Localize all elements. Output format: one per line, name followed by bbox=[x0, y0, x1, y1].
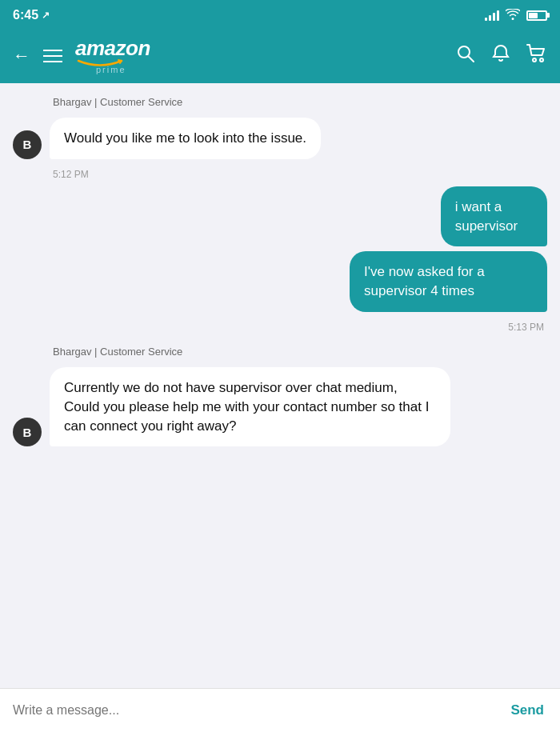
svg-line-1 bbox=[469, 57, 474, 62]
header-left: ← amazon prime bbox=[13, 38, 150, 74]
user-message-1: i want a supervisor bbox=[405, 186, 547, 247]
svg-point-2 bbox=[533, 58, 536, 62]
back-button[interactable]: ← bbox=[13, 46, 30, 66]
notifications-button[interactable] bbox=[491, 44, 510, 68]
message-input[interactable] bbox=[13, 703, 507, 718]
avatar-bhargav-1: B bbox=[13, 130, 42, 159]
send-button[interactable]: Send bbox=[507, 702, 547, 718]
location-icon: ↗ bbox=[42, 10, 50, 21]
search-button[interactable] bbox=[456, 44, 475, 68]
avatar-bhargav-2: B bbox=[13, 418, 42, 446]
battery-icon bbox=[526, 10, 547, 21]
status-time: 6:45 ↗ bbox=[13, 8, 50, 22]
agent-message-2: B Currently we do not have supervisor ov… bbox=[13, 367, 547, 446]
wifi-icon bbox=[506, 9, 520, 22]
prime-label: prime bbox=[96, 65, 126, 74]
header: ← amazon prime bbox=[0, 29, 560, 83]
timestamp-2: 5:13 PM bbox=[13, 322, 544, 333]
svg-point-3 bbox=[540, 58, 543, 62]
agent-label-2: Bhargav | Customer Service bbox=[53, 346, 547, 358]
chat-area: Bhargav | Customer Service B Would you l… bbox=[0, 83, 560, 688]
user-bubble-2: I've now asked for a supervisor 4 times bbox=[350, 251, 547, 312]
header-right bbox=[456, 44, 547, 68]
user-messages-group: i want a supervisor I've now asked for a… bbox=[13, 186, 547, 312]
agent-bubble-1: Would you like me to look into the issue… bbox=[50, 118, 321, 159]
agent-label-1: Bhargav | Customer Service bbox=[53, 96, 547, 108]
user-message-2: I've now asked for a supervisor 4 times bbox=[284, 251, 547, 312]
signal-bars-icon bbox=[485, 10, 499, 21]
agent-bubble-2: Currently we do not have supervisor over… bbox=[50, 367, 450, 446]
time-display: 6:45 bbox=[13, 8, 38, 22]
hamburger-menu-button[interactable] bbox=[43, 50, 62, 62]
status-bar: 6:45 ↗ bbox=[0, 0, 560, 29]
cart-button[interactable] bbox=[526, 44, 547, 68]
amazon-logo: amazon prime bbox=[75, 38, 150, 74]
user-bubble-1: i want a supervisor bbox=[441, 186, 547, 247]
amazon-wordmark: amazon bbox=[75, 38, 150, 58]
input-bar: Send bbox=[0, 688, 560, 732]
status-icons bbox=[485, 9, 547, 22]
agent-message-1: B Would you like me to look into the iss… bbox=[13, 118, 547, 159]
timestamp-1: 5:12 PM bbox=[53, 169, 547, 180]
